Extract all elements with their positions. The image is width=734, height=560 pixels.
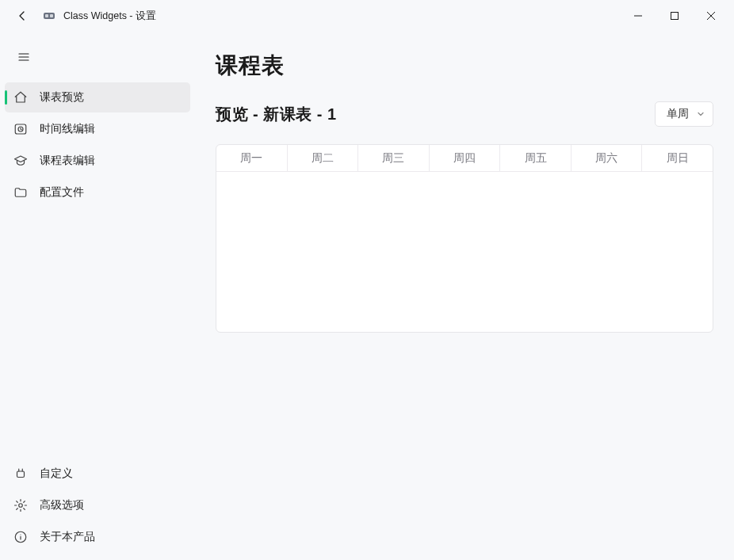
sidebar-item-course[interactable]: 课程表编辑 — [5, 146, 190, 176]
sidebar-item-preview[interactable]: 课表预览 — [5, 82, 190, 112]
chevron-down-icon — [697, 110, 705, 118]
maximize-icon — [671, 12, 679, 20]
plugin-icon — [13, 466, 29, 482]
table-header-cell: 周日 — [642, 145, 713, 171]
main-content: 课程表 预览 - 新课表 - 1 单周 周一 周二 周三 周四 周五 周六 周日 — [195, 32, 734, 560]
table-header-cell: 周一 — [216, 145, 288, 171]
clock-icon — [13, 121, 29, 137]
back-button[interactable] — [11, 5, 33, 27]
titlebar: Class Widgets - 设置 — [0, 0, 734, 32]
sidebar-item-label: 课程表编辑 — [40, 154, 95, 168]
sidebar-item-custom[interactable]: 自定义 — [5, 459, 190, 489]
page-title: 课程表 — [216, 51, 713, 81]
folder-icon — [13, 185, 29, 200]
sub-header-row: 预览 - 新课表 - 1 单周 — [216, 101, 713, 127]
svg-rect-6 — [17, 471, 25, 478]
info-icon — [13, 529, 29, 545]
gear-icon — [13, 497, 29, 513]
nav-top-list: 课表预览 时间线编辑 课程表编辑 配置文件 — [5, 82, 190, 208]
sidebar-item-advanced[interactable]: 高级选项 — [5, 490, 190, 520]
graduation-cap-icon — [13, 153, 29, 169]
sidebar-item-label: 配置文件 — [40, 185, 84, 200]
sidebar-item-label: 时间线编辑 — [40, 122, 95, 136]
table-header-cell: 周二 — [288, 145, 359, 171]
svg-rect-2 — [50, 14, 53, 17]
dropdown-value: 单周 — [667, 107, 689, 121]
schedule-table: 周一 周二 周三 周四 周五 周六 周日 — [216, 144, 713, 333]
minimize-icon — [634, 12, 642, 20]
sidebar-item-label: 高级选项 — [40, 498, 84, 512]
table-header-cell: 周六 — [572, 145, 643, 171]
nav-bottom-list: 自定义 高级选项 关于本产品 — [5, 459, 190, 552]
sidebar-item-about[interactable]: 关于本产品 — [5, 522, 190, 552]
sidebar-item-config[interactable]: 配置文件 — [5, 177, 190, 208]
table-header-cell: 周三 — [358, 145, 430, 171]
sidebar-item-timeline[interactable]: 时间线编辑 — [5, 114, 190, 144]
close-button[interactable] — [693, 0, 729, 32]
sidebar-item-label: 关于本产品 — [40, 530, 95, 544]
table-header-cell: 周五 — [500, 145, 572, 171]
week-type-dropdown[interactable]: 单周 — [655, 101, 713, 127]
minimize-button[interactable] — [620, 0, 656, 32]
table-header-cell: 周四 — [430, 145, 501, 171]
maximize-button[interactable] — [656, 0, 693, 32]
hamburger-button[interactable] — [8, 43, 40, 71]
sidebar-item-label: 自定义 — [40, 467, 73, 481]
home-icon — [13, 90, 29, 105]
svg-point-7 — [19, 504, 23, 508]
arrow-left-icon — [16, 10, 29, 22]
svg-rect-3 — [671, 13, 679, 20]
sub-heading: 预览 - 新课表 - 1 — [216, 104, 337, 125]
sidebar-item-label: 课表预览 — [40, 90, 84, 105]
sidebar: 课表预览 时间线编辑 课程表编辑 配置文件 — [0, 32, 195, 560]
close-icon — [707, 12, 715, 20]
app-icon — [43, 10, 55, 22]
hamburger-icon — [17, 51, 30, 63]
window-title: Class Widgets - 设置 — [63, 10, 156, 23]
svg-rect-1 — [45, 14, 48, 17]
table-header-row: 周一 周二 周三 周四 周五 周六 周日 — [216, 145, 713, 172]
